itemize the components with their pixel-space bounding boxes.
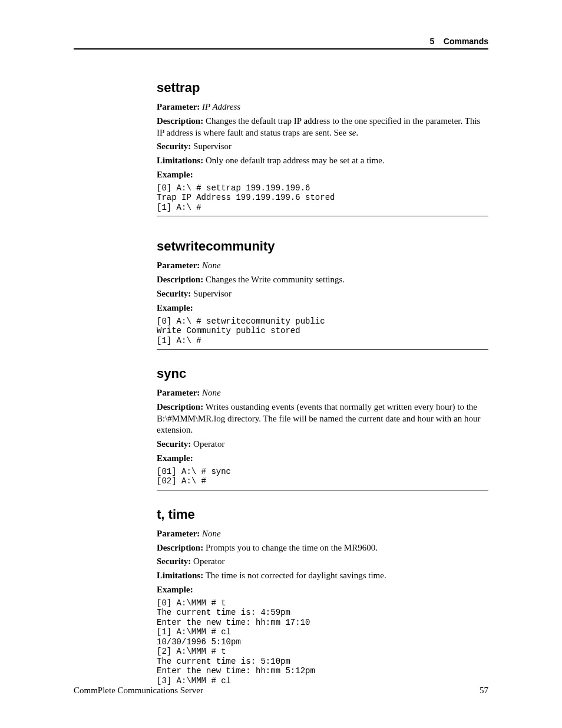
heading-setwritecommunity: setwritecommunity [157,239,488,254]
description-label: Description: [157,275,203,284]
heading-sync: sync [157,366,488,381]
security-label: Security: [157,289,191,298]
parameter-value: None [202,388,221,397]
section-sync: sync Parameter: None Description: Writes… [157,366,488,490]
description-row: Description: Changes the Write community… [157,274,488,286]
chapter-title: Commands [444,37,488,46]
security-label: Security: [157,439,191,449]
description-row: Description: Writes oustanding events (e… [157,401,488,436]
limitations-row: Limitations: The time is not corrected f… [157,570,488,582]
parameter-value: None [202,529,221,538]
parameter-row: Parameter: IP Address [157,101,488,113]
header-rule [74,48,488,50]
parameter-value: IP Address [202,102,240,111]
footer-right: 57 [480,686,488,696]
security-label: Security: [157,141,191,151]
description-tail-punct: . [356,128,359,137]
parameter-row: Parameter: None [157,387,488,399]
description-tail-italic: se [349,128,356,137]
limitations-label: Limitations: [157,156,203,165]
description-label: Description: [157,116,203,126]
example-label: Example: [157,303,193,312]
running-header: 5 Commands [429,37,488,46]
description-text: Changes the default trap IP address to t… [157,116,480,137]
heading-settrap: settrap [157,80,488,95]
example-label: Example: [157,170,193,179]
example-row: Example: [157,453,488,465]
security-value: Supervisor [191,141,232,151]
description-text: Prompts you to change the time on the MR… [203,543,378,552]
limitations-row: Limitations: Only one default trap addre… [157,155,488,167]
example-label: Example: [157,453,193,463]
security-row: Security: Operator [157,439,488,450]
heading-t-time: t, time [157,507,488,522]
content-area: settrap Parameter: IP Address Descriptio… [157,80,488,686]
example-code-block-1: [1] A:\MMM # cl 10/30/1996 5:10pm [157,627,488,647]
example-code: [01] A:\ # sync [02] A:\ # [157,467,488,486]
security-row: Security: Supervisor [157,141,488,153]
chapter-number: 5 [429,37,434,46]
section-settrap: settrap Parameter: IP Address Descriptio… [157,80,488,216]
section-t-time: t, time Parameter: None Description: Pro… [157,507,488,686]
description-text: Writes oustanding events (events that no… [157,402,480,435]
footer-left: CommPlete Communications Server [74,686,203,696]
example-row: Example: [157,302,488,314]
limitations-label: Limitations: [157,571,203,580]
description-row: Description: Prompts you to change the t… [157,542,488,554]
parameter-label: Parameter: [157,102,200,111]
parameter-value: None [202,261,221,270]
parameter-label: Parameter: [157,529,200,538]
limitations-value: Only one default trap address may be set… [203,156,384,165]
page: 5 Commands settrap Parameter: IP Address… [0,0,562,728]
parameter-row: Parameter: None [157,528,488,540]
example-code-block-2: [2] A:\MMM # t The current time is: 5:10… [157,647,488,676]
example-code: [0] A:\ # setwritecommunity public Write… [157,317,488,346]
security-row: Security: Operator [157,556,488,568]
security-label: Security: [157,556,191,566]
security-row: Security: Supervisor [157,288,488,300]
security-value: Operator [191,439,224,449]
security-value: Operator [191,556,224,566]
parameter-label: Parameter: [157,261,200,270]
section-setwritecommunity: setwritecommunity Parameter: None Descri… [157,239,488,350]
footer: CommPlete Communications Server 57 [74,686,488,696]
description-text: Changes the Write community settings. [203,275,345,284]
security-value: Supervisor [191,289,232,298]
example-row: Example: [157,584,488,596]
example-code-block-0: [0] A:\MMM # t The current time is: 4:59… [157,598,488,628]
parameter-label: Parameter: [157,388,200,397]
example-label: Example: [157,585,193,594]
limitations-value: The time is not corrected for daylight s… [203,571,386,580]
example-row: Example: [157,169,488,181]
example-code: [0] A:\ # settrap 199.199.199.6 Trap IP … [157,183,488,213]
description-row: Description: Changes the default trap IP… [157,116,488,139]
example-code-block-3: [3] A:\MMM # cl [157,676,488,686]
description-label: Description: [157,543,203,552]
parameter-row: Parameter: None [157,260,488,272]
description-label: Description: [157,402,203,411]
